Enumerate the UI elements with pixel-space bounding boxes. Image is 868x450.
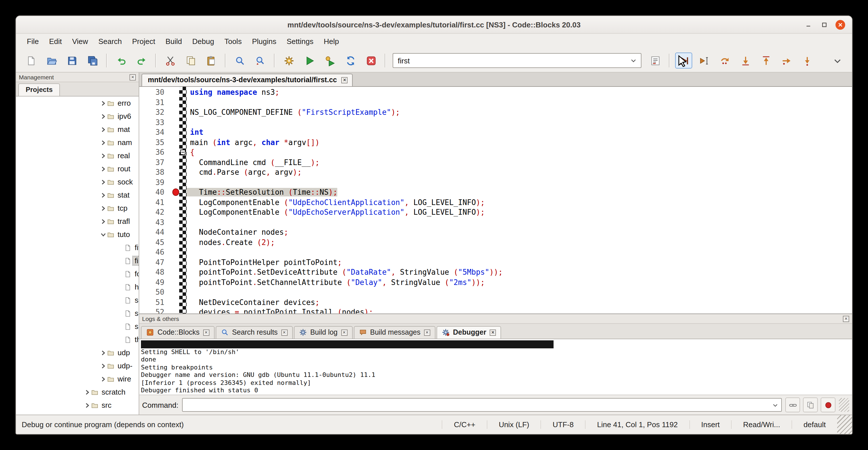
command-stop-button[interactable] <box>820 397 835 412</box>
tree-item-he[interactable]: he <box>16 280 139 294</box>
menu-debug[interactable]: Debug <box>187 35 219 48</box>
code-line[interactable]: 42 LogComponentEnable ("UdpEchoServerApp… <box>139 207 852 217</box>
log-tab-build-messages[interactable]: Build messages× <box>353 326 435 339</box>
chevron-right-icon[interactable] <box>100 126 107 132</box>
code-line[interactable]: 41 LogComponentEnable ("UdpEchoClientApp… <box>139 197 852 207</box>
code-line[interactable]: 43 <box>139 217 852 227</box>
code-line[interactable]: 47 PointToPointHelper pointToPoint; <box>139 257 852 267</box>
run-to-cursor-button[interactable] <box>696 53 713 68</box>
command-copy-button[interactable] <box>803 397 818 412</box>
code-line[interactable]: 50 <box>139 287 852 297</box>
tree-item-erro[interactable]: erro <box>16 96 139 110</box>
menu-file[interactable]: File <box>22 35 44 48</box>
minimize-button[interactable] <box>804 20 813 29</box>
chevron-right-icon[interactable] <box>100 179 107 185</box>
copy-button[interactable] <box>182 53 199 68</box>
panel-resize-grip[interactable] <box>839 398 849 412</box>
tree-item-fif[interactable]: fif <box>16 241 139 254</box>
tree-item-tcp[interactable]: tcp <box>16 202 139 215</box>
code-line[interactable]: 37 CommandLine cmd (__FILE__); <box>139 157 852 167</box>
chevron-right-icon[interactable] <box>100 113 107 119</box>
tree-item-sock[interactable]: sock <box>16 175 139 188</box>
step-out-button[interactable] <box>757 53 774 68</box>
tree-item-six[interactable]: six <box>16 320 139 333</box>
chevron-down-icon[interactable] <box>100 232 107 237</box>
tree-item-trafl[interactable]: trafl <box>16 215 139 228</box>
tree-item-rout[interactable]: rout <box>16 162 139 175</box>
chevron-right-icon[interactable] <box>100 205 107 211</box>
next-line-button[interactable] <box>716 53 733 68</box>
build-and-run-button[interactable] <box>321 53 338 68</box>
log-tab-code-blocks[interactable]: Code::Blocks× <box>141 326 214 339</box>
fold-marker-icon[interactable] <box>180 150 185 155</box>
find-replace-button[interactable] <box>252 53 269 68</box>
code-line[interactable]: 31 <box>139 97 852 108</box>
close-logs-icon[interactable]: × <box>843 316 849 322</box>
chevron-right-icon[interactable] <box>85 402 91 408</box>
toolbar-overflow-button[interactable] <box>829 53 846 68</box>
code-line[interactable]: 40 Time::SetResolution (Time::NS); <box>139 187 852 197</box>
open-file-button[interactable] <box>43 53 60 68</box>
chevron-right-icon[interactable] <box>100 350 107 356</box>
tree-item-se[interactable]: se <box>16 307 139 320</box>
tree-item-fo[interactable]: fo <box>16 267 139 280</box>
close-tab-icon[interactable]: × <box>341 329 347 335</box>
code-editor[interactable]: 30using namespace ns3;3132NS_LOG_COMPONE… <box>139 87 852 313</box>
chevron-right-icon[interactable] <box>100 363 107 369</box>
next-instruction-button[interactable] <box>778 53 795 68</box>
tree-item-fir[interactable]: fir <box>16 254 139 267</box>
close-management-icon[interactable]: × <box>129 74 136 80</box>
code-line[interactable]: 39 <box>139 177 852 187</box>
tree-item-real[interactable]: real <box>16 149 139 162</box>
menu-tools[interactable]: Tools <box>219 35 247 48</box>
tree-item-wire[interactable]: wire <box>16 372 139 386</box>
editor-tab-first-cc[interactable]: mnt/dev/tools/source/ns-3-dev/examples/t… <box>142 74 353 86</box>
build-button[interactable] <box>280 53 297 68</box>
log-tab-search-results[interactable]: Search results× <box>215 326 292 339</box>
todo-list-button[interactable] <box>647 53 664 68</box>
tree-item-stat[interactable]: stat <box>16 188 139 202</box>
tree-item-se[interactable]: se <box>16 294 139 307</box>
close-tab-icon[interactable]: × <box>424 329 430 335</box>
chevron-right-icon[interactable] <box>100 100 107 106</box>
code-line[interactable]: 34int <box>139 127 852 137</box>
menu-build[interactable]: Build <box>160 35 187 48</box>
tree-item-nam[interactable]: nam <box>16 136 139 149</box>
code-line[interactable]: 49 pointToPoint.SetChannelAttribute ("De… <box>139 277 852 287</box>
code-line[interactable]: 33 <box>139 117 852 127</box>
menu-help[interactable]: Help <box>318 35 344 48</box>
run-button[interactable] <box>301 53 318 68</box>
code-line[interactable]: 52 devices = pointToPoint.Install (nodes… <box>139 307 852 313</box>
close-tab-icon[interactable]: × <box>203 329 209 335</box>
save-file-button[interactable] <box>63 53 81 68</box>
new-file-button[interactable] <box>22 53 39 68</box>
tree-item-udp[interactable]: udp- <box>16 359 139 372</box>
tree-item-th[interactable]: th <box>16 333 139 346</box>
chevron-right-icon[interactable] <box>100 218 107 224</box>
chevron-down-icon[interactable] <box>629 57 641 64</box>
chevron-right-icon[interactable] <box>85 389 91 395</box>
find-button[interactable] <box>231 53 248 68</box>
code-line[interactable]: 35main (int argc, char *argv[]) <box>139 137 852 147</box>
code-line[interactable]: 44 NodeContainer nodes; <box>139 227 852 237</box>
breakpoint-margin[interactable] <box>171 189 179 196</box>
code-line[interactable]: 48 pointToPoint.SetDeviceAttribute ("Dat… <box>139 267 852 277</box>
maximize-button[interactable] <box>819 20 829 29</box>
command-input[interactable] <box>182 401 772 409</box>
chevron-right-icon[interactable] <box>100 376 107 382</box>
code-line[interactable]: 32NS_LOG_COMPONENT_DEFINE ("FirstScriptE… <box>139 108 852 117</box>
tree-item-src[interactable]: src <box>16 399 139 412</box>
chevron-right-icon[interactable] <box>100 166 107 172</box>
chevron-right-icon[interactable] <box>100 192 107 198</box>
title-bar[interactable]: mnt/dev/tools/source/ns-3-dev/examples/t… <box>16 16 852 34</box>
search-combo[interactable]: first <box>393 53 642 68</box>
step-into-instruction-button[interactable] <box>798 53 815 68</box>
close-button[interactable] <box>835 20 845 29</box>
menu-plugins[interactable]: Plugins <box>247 35 281 48</box>
menu-edit[interactable]: Edit <box>44 35 67 48</box>
step-into-button[interactable] <box>737 53 754 68</box>
log-tab-debugger[interactable]: Debugger× <box>437 326 501 339</box>
tree-item-mat[interactable]: mat <box>16 123 139 136</box>
tree-item-udp[interactable]: udp <box>16 346 139 359</box>
code-line[interactable]: 46 <box>139 247 852 257</box>
